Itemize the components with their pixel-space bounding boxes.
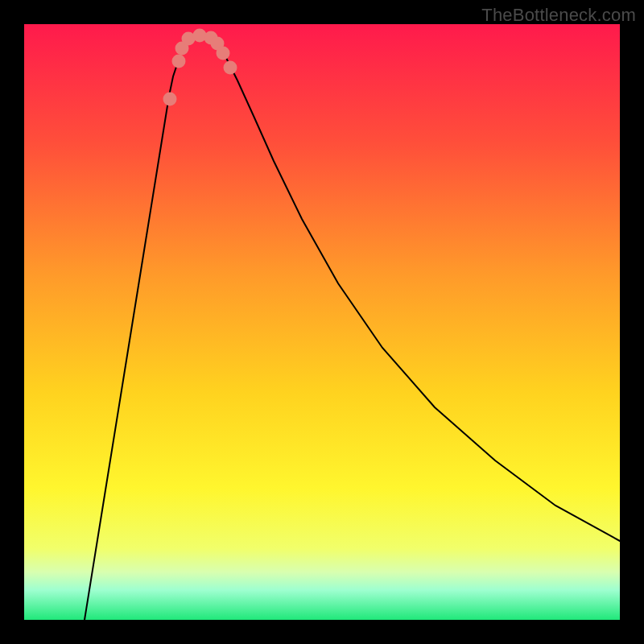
watermark-text: TheBottleneck.com — [481, 5, 636, 26]
plot-area — [24, 24, 620, 620]
curve-marker — [224, 61, 237, 75]
plot-svg — [24, 24, 620, 620]
curve-marker — [217, 47, 230, 60]
curve-marker — [172, 55, 186, 68]
curve-marker — [193, 29, 207, 43]
chart-frame: TheBottleneck.com — [0, 0, 644, 644]
curve-marker — [163, 93, 177, 106]
gradient-background — [24, 24, 620, 620]
